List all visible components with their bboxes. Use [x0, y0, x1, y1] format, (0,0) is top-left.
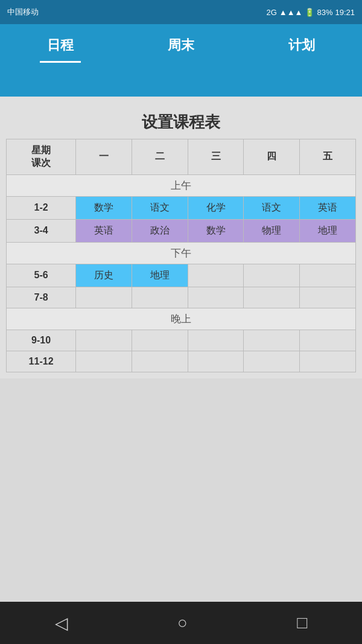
col-fri: 五 — [300, 139, 356, 175]
home-icon[interactable]: ○ — [177, 613, 188, 633]
tab-schedule[interactable]: 日程 — [35, 30, 86, 60]
content-area: 设置课程表 星期课次 一 二 三 四 五 上午 1-2 数学 语文 化学 语文 — [0, 97, 362, 378]
blue-divider — [0, 66, 362, 97]
signal-icon: ▲▲▲ — [279, 8, 303, 17]
period-3-4: 3-4 — [7, 219, 76, 242]
cell-7-8-fri[interactable] — [300, 287, 356, 308]
cell-5-6-fri[interactable] — [300, 264, 356, 287]
period-9-10: 9-10 — [7, 330, 76, 351]
period-11-12: 11-12 — [7, 351, 76, 372]
cell-1-2-fri[interactable]: 英语 — [300, 196, 356, 219]
schedule-table: 星期课次 一 二 三 四 五 上午 1-2 数学 语文 化学 语文 英语 — [6, 139, 356, 372]
cell-11-12-fri[interactable] — [300, 351, 356, 372]
period-1-2: 1-2 — [7, 196, 76, 219]
afternoon-label: 下午 — [7, 242, 356, 264]
status-bar: 中国移动 2G ▲▲▲ 🔋 83% 19:21 — [0, 0, 362, 24]
evening-label: 晚上 — [7, 308, 356, 330]
cell-7-8-mon[interactable] — [76, 287, 132, 308]
recent-icon[interactable]: □ — [297, 613, 307, 633]
cell-7-8-thu[interactable] — [244, 287, 300, 308]
cell-5-6-tue[interactable]: 地理 — [132, 264, 188, 287]
cell-9-10-mon[interactable] — [76, 330, 132, 351]
cell-11-12-wed[interactable] — [188, 351, 244, 372]
cell-11-12-thu[interactable] — [244, 351, 300, 372]
cell-9-10-wed[interactable] — [188, 330, 244, 351]
cell-9-10-fri[interactable] — [300, 330, 356, 351]
table-row: 1-2 数学 语文 化学 语文 英语 — [7, 196, 356, 219]
signal-label: 2G — [266, 8, 276, 17]
cell-5-6-thu[interactable] — [244, 264, 300, 287]
section-morning: 上午 — [7, 174, 356, 196]
table-row: 3-4 英语 政治 数学 物理 地理 — [7, 219, 356, 242]
cell-3-4-tue[interactable]: 政治 — [132, 219, 188, 242]
section-afternoon: 下午 — [7, 242, 356, 264]
cell-1-2-thu[interactable]: 语文 — [244, 196, 300, 219]
battery-label: 83% — [317, 8, 332, 17]
cell-7-8-tue[interactable] — [132, 287, 188, 308]
cell-9-10-tue[interactable] — [132, 330, 188, 351]
cell-1-2-mon[interactable]: 数学 — [76, 196, 132, 219]
tab-plan[interactable]: 计划 — [276, 30, 327, 60]
cell-5-6-wed[interactable] — [188, 264, 244, 287]
table-title: 设置课程表 — [6, 103, 356, 139]
carrier-label: 中国移动 — [7, 7, 39, 18]
cell-1-2-wed[interactable]: 化学 — [188, 196, 244, 219]
table-row: 5-6 历史 地理 — [7, 264, 356, 287]
status-right: 2G ▲▲▲ 🔋 83% 19:21 — [266, 8, 355, 17]
cell-11-12-tue[interactable] — [132, 351, 188, 372]
morning-label: 上午 — [7, 174, 356, 196]
period-5-6: 5-6 — [7, 264, 76, 287]
table-row: 11-12 — [7, 351, 356, 372]
col-thu: 四 — [244, 139, 300, 175]
battery-icon: 🔋 — [305, 8, 314, 17]
col-wed: 三 — [188, 139, 244, 175]
cell-3-4-wed[interactable]: 数学 — [188, 219, 244, 242]
cell-9-10-thu[interactable] — [244, 330, 300, 351]
cell-3-4-fri[interactable]: 地理 — [300, 219, 356, 242]
cell-3-4-thu[interactable]: 物理 — [244, 219, 300, 242]
cell-7-8-wed[interactable] — [188, 287, 244, 308]
time-label: 19:21 — [335, 8, 355, 17]
cell-1-2-tue[interactable]: 语文 — [132, 196, 188, 219]
bottom-nav: ◁ ○ □ — [0, 602, 362, 644]
cell-3-4-mon[interactable]: 英语 — [76, 219, 132, 242]
day-period-header: 星期课次 — [7, 139, 76, 175]
nav-tabs: 日程 周末 计划 — [0, 24, 362, 66]
cell-11-12-mon[interactable] — [76, 351, 132, 372]
period-7-8: 7-8 — [7, 287, 76, 308]
table-row: 7-8 — [7, 287, 356, 308]
col-tue: 二 — [132, 139, 188, 175]
tab-weekend[interactable]: 周末 — [156, 30, 206, 60]
cell-5-6-mon[interactable]: 历史 — [76, 264, 132, 287]
back-icon[interactable]: ◁ — [55, 613, 68, 633]
section-evening: 晚上 — [7, 308, 356, 330]
table-row: 9-10 — [7, 330, 356, 351]
col-mon: 一 — [76, 139, 132, 175]
